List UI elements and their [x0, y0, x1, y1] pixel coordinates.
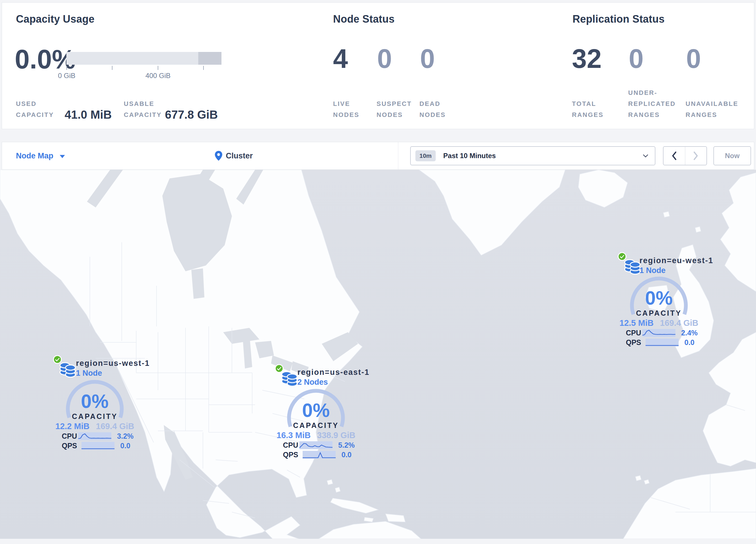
cpu-label: CPU [626, 329, 641, 337]
chevron-down-icon [60, 155, 65, 158]
gauge-percent: 0% [630, 287, 688, 309]
qps-sparkline [81, 442, 115, 450]
gauge-capacity-label: CAPACITY [624, 309, 694, 318]
gauge-percent: 0% [287, 399, 345, 421]
qps-label: QPS [62, 442, 80, 450]
gauge-capacity-label: CAPACITY [60, 412, 130, 421]
capacity-values: 12.2 MiB 169.4 GiB [55, 422, 134, 431]
node-status-title: Node Status [333, 13, 395, 25]
cluster-summary-panel: Capacity Usage 0.0% 0 GiB 400 GiB USED C… [2, 2, 754, 129]
breadcrumb[interactable]: Cluster [215, 142, 253, 169]
region-node-count: 2 Nodes [297, 378, 328, 387]
cpu-value: 5.2% [338, 441, 355, 449]
chevron-down-icon [643, 154, 648, 157]
qps-sparkline [303, 451, 336, 459]
region-node-count: 1 Node [76, 369, 102, 378]
toolbar-divider [398, 142, 398, 169]
total-ranges-count: 32 [572, 45, 601, 72]
under-replicated-count: 0 [629, 45, 644, 72]
suspect-nodes-count: 0 [377, 45, 392, 72]
time-window-pager [663, 146, 707, 165]
qps-value: 0.0 [684, 338, 695, 347]
qps-row: QPS 0.0 [283, 451, 354, 459]
replication-status-title: Replication Status [573, 13, 665, 25]
capacity-axis-label-0: 0 GiB [49, 72, 84, 80]
used-capacity-value: 41.0 MiB [65, 108, 112, 121]
qps-label: QPS [283, 451, 301, 459]
used-value: 12.5 MiB [619, 318, 654, 328]
database-nodes-icon [623, 259, 641, 275]
qps-value: 0.0 [120, 442, 130, 450]
total-value: 169.4 GiB [660, 318, 698, 328]
qps-value: 0.0 [341, 451, 352, 459]
used-value: 16.3 MiB [277, 431, 311, 440]
suspect-nodes-label: SUSPECT NODES [377, 98, 417, 120]
live-nodes-label: LIVE NODES [333, 98, 368, 120]
total-value: 169.4 GiB [96, 422, 134, 431]
capacity-values: 12.5 MiB 169.4 GiB [619, 318, 698, 328]
map-pin-icon [215, 151, 222, 161]
capacity-usage-bar-reserved-segment [198, 52, 221, 65]
cpu-value: 3.2% [117, 432, 134, 440]
under-replicated-label: UNDER-REPLICATED RANGES [628, 87, 686, 120]
region-node-count: 1 Node [639, 266, 666, 275]
qps-row: QPS 0.0 [626, 338, 697, 347]
gauge-capacity-label: CAPACITY [281, 421, 351, 430]
map-toolbar: Node Map Cluster 10m Past 10 Minutes Now [2, 142, 754, 170]
time-range-label: Past 10 Minutes [443, 152, 496, 160]
capacity-usage-bar [66, 52, 221, 65]
view-selector-label: Node Map [16, 151, 53, 160]
time-back-button[interactable] [664, 147, 685, 165]
now-button[interactable]: Now [713, 146, 751, 165]
gauge-percent: 0% [66, 390, 124, 412]
capacity-values: 16.3 MiB 338.9 GiB [277, 431, 355, 440]
time-range-badge: 10m [415, 150, 436, 161]
cpu-sparkline [642, 329, 675, 337]
region-name: region=eu-west-1 [639, 256, 713, 265]
view-selector-dropdown[interactable]: Node Map [16, 142, 65, 169]
database-nodes-icon [280, 371, 298, 387]
total-value: 338.9 GiB [317, 431, 355, 440]
cpu-label: CPU [62, 432, 77, 440]
chevron-right-icon [693, 151, 699, 160]
dead-nodes-label: DEAD NODES [419, 98, 454, 120]
world-map [0, 170, 756, 539]
cpu-sparkline [299, 441, 332, 449]
qps-row: QPS 0.0 [62, 442, 133, 450]
database-nodes-icon [59, 362, 77, 378]
capacity-axis-tick [112, 66, 112, 70]
used-capacity-label: USED CAPACITY [16, 98, 61, 120]
unavailable-label: UNAVAILABLE RANGES [686, 98, 752, 120]
qps-sparkline [646, 339, 679, 347]
region-name: region=us-west-1 [76, 359, 150, 368]
cpu-row: CPU 5.2% [283, 441, 354, 449]
time-forward-button[interactable] [685, 147, 707, 165]
cpu-row: CPU 2.4% [626, 329, 697, 337]
capacity-usage-title: Capacity Usage [16, 13, 95, 25]
unavailable-count: 0 [686, 45, 701, 72]
total-ranges-label: TOTAL RANGES [572, 98, 613, 120]
qps-label: QPS [626, 338, 644, 347]
dead-nodes-count: 0 [420, 45, 435, 72]
time-range-selector[interactable]: 10m Past 10 Minutes [410, 146, 655, 165]
now-button-label: Now [725, 152, 740, 160]
capacity-axis-label-400: 400 GiB [141, 72, 175, 80]
used-value: 12.2 MiB [55, 422, 90, 431]
chevron-left-icon [671, 151, 677, 160]
live-nodes-count: 4 [333, 45, 348, 72]
capacity-axis-tick [66, 66, 67, 70]
capacity-axis-tick [203, 66, 204, 70]
usable-capacity-value: 677.8 GiB [165, 108, 218, 121]
usable-capacity-label: USABLE CAPACITY [124, 98, 172, 120]
breadcrumb-cluster-label: Cluster [226, 151, 253, 160]
region-name: region=us-east-1 [297, 368, 370, 377]
cpu-value: 2.4% [681, 329, 698, 337]
cpu-row: CPU 3.2% [62, 432, 133, 440]
capacity-axis-tick [158, 66, 158, 70]
cpu-label: CPU [283, 441, 298, 449]
cpu-sparkline [78, 432, 111, 440]
